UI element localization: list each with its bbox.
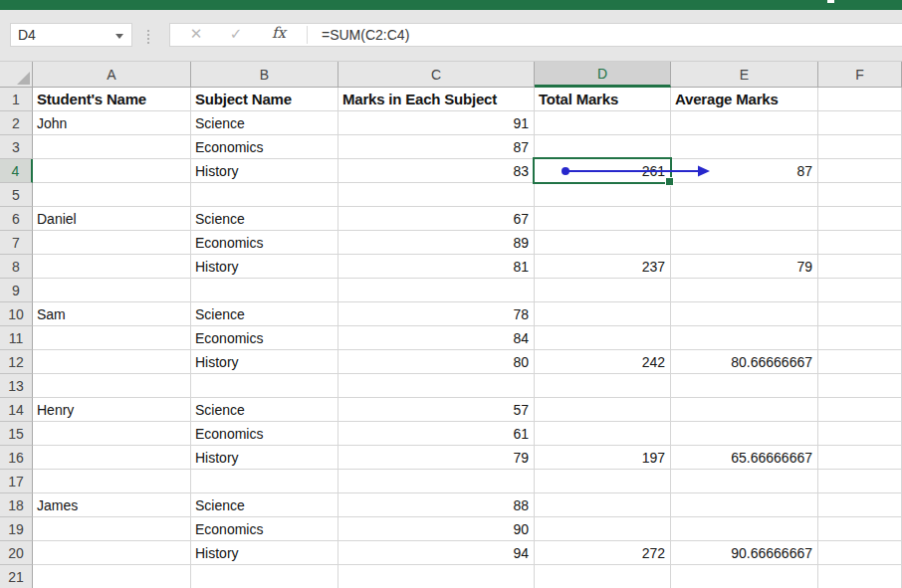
cell-B12[interactable]: History bbox=[191, 350, 338, 374]
cell-A10[interactable]: Sam bbox=[33, 302, 191, 326]
cell-D21[interactable] bbox=[535, 565, 671, 588]
cell-D17[interactable] bbox=[535, 470, 671, 493]
cell-C18[interactable]: 88 bbox=[338, 493, 535, 517]
row-header-8[interactable]: 8 bbox=[0, 255, 33, 279]
cell-A13[interactable] bbox=[33, 374, 191, 398]
cell-E2[interactable] bbox=[671, 111, 818, 135]
cell-B9[interactable] bbox=[191, 279, 338, 302]
column-header-F[interactable]: F bbox=[818, 62, 902, 88]
cell-F19[interactable] bbox=[818, 517, 902, 541]
cell-A1[interactable]: Student's Name bbox=[33, 88, 191, 111]
cell-D15[interactable] bbox=[535, 422, 671, 446]
cell-F18[interactable] bbox=[818, 493, 902, 517]
row-header-7[interactable]: 7 bbox=[0, 231, 33, 255]
row-header-6[interactable]: 6 bbox=[0, 207, 33, 231]
cell-B13[interactable] bbox=[191, 374, 338, 398]
row-header-2[interactable]: 2 bbox=[0, 111, 33, 135]
enter-icon[interactable]: ✓ bbox=[224, 25, 248, 45]
cell-F1[interactable] bbox=[818, 88, 902, 111]
cell-B4[interactable]: History bbox=[191, 159, 338, 183]
row-header-19[interactable]: 19 bbox=[0, 517, 33, 541]
cell-F10[interactable] bbox=[818, 302, 902, 326]
row-header-14[interactable]: 14 bbox=[0, 398, 33, 422]
row-header-12[interactable]: 12 bbox=[0, 350, 33, 374]
column-header-C[interactable]: C bbox=[338, 62, 535, 88]
cell-F14[interactable] bbox=[818, 398, 902, 422]
row-header-15[interactable]: 15 bbox=[0, 422, 33, 446]
cell-A8[interactable] bbox=[33, 255, 191, 279]
cell-F5[interactable] bbox=[818, 183, 902, 207]
cell-B14[interactable]: Science bbox=[191, 398, 338, 422]
cell-D16[interactable]: 197 bbox=[535, 446, 671, 470]
cell-E21[interactable] bbox=[671, 565, 818, 588]
cell-A4[interactable] bbox=[33, 159, 191, 183]
cell-E18[interactable] bbox=[671, 493, 818, 517]
cell-A19[interactable] bbox=[33, 517, 191, 541]
cell-E12[interactable]: 80.66666667 bbox=[671, 350, 818, 374]
cell-B21[interactable] bbox=[191, 565, 338, 588]
cell-D9[interactable] bbox=[535, 279, 671, 302]
column-header-D[interactable]: D bbox=[535, 62, 671, 88]
row-header-18[interactable]: 18 bbox=[0, 493, 33, 517]
column-header-A[interactable]: A bbox=[33, 62, 191, 88]
cell-C16[interactable]: 79 bbox=[338, 446, 535, 470]
cell-D20[interactable]: 272 bbox=[535, 541, 671, 565]
cell-D12[interactable]: 242 bbox=[535, 350, 671, 374]
caret-down-icon[interactable] bbox=[115, 34, 123, 39]
row-header-4[interactable]: 4 bbox=[0, 159, 33, 183]
cell-D10[interactable] bbox=[535, 302, 671, 326]
cell-B18[interactable]: Science bbox=[191, 493, 338, 517]
row-header-13[interactable]: 13 bbox=[0, 374, 33, 398]
cell-A5[interactable] bbox=[33, 183, 191, 207]
cell-C4[interactable]: 83 bbox=[338, 159, 535, 183]
cell-A2[interactable]: John bbox=[33, 111, 191, 135]
cell-B8[interactable]: History bbox=[191, 255, 338, 279]
cell-A18[interactable]: James bbox=[33, 493, 191, 517]
row-header-3[interactable]: 3 bbox=[0, 135, 33, 159]
cell-F11[interactable] bbox=[818, 326, 902, 350]
cell-D13[interactable] bbox=[535, 374, 671, 398]
column-header-B[interactable]: B bbox=[191, 62, 338, 88]
cell-C7[interactable]: 89 bbox=[338, 231, 535, 255]
cell-C15[interactable]: 61 bbox=[338, 422, 535, 446]
cell-F2[interactable] bbox=[818, 111, 902, 135]
cell-E5[interactable] bbox=[671, 183, 818, 207]
cell-E3[interactable] bbox=[671, 135, 818, 159]
cell-D3[interactable] bbox=[535, 135, 671, 159]
cell-E15[interactable] bbox=[671, 422, 818, 446]
cell-D2[interactable] bbox=[535, 111, 671, 135]
row-header-1[interactable]: 1 bbox=[0, 88, 33, 111]
cell-B3[interactable]: Economics bbox=[191, 135, 338, 159]
cell-F21[interactable] bbox=[818, 565, 902, 588]
cell-A3[interactable] bbox=[33, 135, 191, 159]
cell-C13[interactable] bbox=[338, 374, 535, 398]
row-header-16[interactable]: 16 bbox=[0, 446, 33, 470]
fill-handle[interactable] bbox=[665, 177, 674, 186]
column-header-E[interactable]: E bbox=[671, 62, 818, 88]
cell-F15[interactable] bbox=[818, 422, 902, 446]
cell-C3[interactable]: 87 bbox=[338, 135, 535, 159]
cell-D6[interactable] bbox=[535, 207, 671, 231]
cell-C1[interactable]: Marks in Each Subject bbox=[338, 88, 535, 111]
cell-C19[interactable]: 90 bbox=[338, 517, 535, 541]
cell-D7[interactable] bbox=[535, 231, 671, 255]
cell-E19[interactable] bbox=[671, 517, 818, 541]
row-header-10[interactable]: 10 bbox=[0, 302, 33, 326]
cell-D18[interactable] bbox=[535, 493, 671, 517]
insert-function-icon[interactable]: fx bbox=[266, 24, 292, 45]
cell-F7[interactable] bbox=[818, 231, 902, 255]
cell-D5[interactable] bbox=[535, 183, 671, 207]
cell-D11[interactable] bbox=[535, 326, 671, 350]
cell-D1[interactable]: Total Marks bbox=[535, 88, 671, 111]
cell-C6[interactable]: 67 bbox=[338, 207, 535, 231]
row-header-5[interactable]: 5 bbox=[0, 183, 33, 207]
cell-C12[interactable]: 80 bbox=[338, 350, 535, 374]
cell-D4[interactable]: 261 bbox=[535, 159, 671, 183]
select-all-button[interactable] bbox=[0, 62, 33, 88]
cell-B2[interactable]: Science bbox=[191, 111, 338, 135]
cell-C21[interactable] bbox=[338, 565, 535, 588]
cell-C11[interactable]: 84 bbox=[338, 326, 535, 350]
cell-B15[interactable]: Economics bbox=[191, 422, 338, 446]
cell-C17[interactable] bbox=[338, 470, 535, 493]
cell-F9[interactable] bbox=[818, 279, 902, 302]
